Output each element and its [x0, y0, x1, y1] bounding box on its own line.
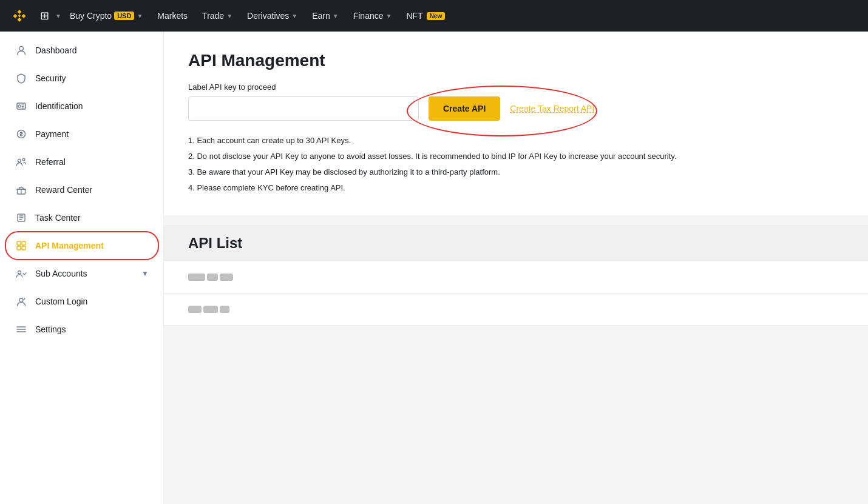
- nav-markets[interactable]: Markets: [151, 0, 194, 32]
- svg-rect-9: [17, 241, 21, 245]
- svg-point-14: [19, 298, 23, 302]
- sidebar-item-security[interactable]: Security: [0, 64, 163, 92]
- sidebar-label-payment: Payment: [35, 129, 69, 139]
- reward-icon: [15, 184, 28, 195]
- api-key-blurred-2: [188, 306, 229, 313]
- svg-point-5: [18, 160, 21, 163]
- create-tax-report-link[interactable]: Create Tax Report API: [510, 104, 594, 113]
- svg-point-6: [22, 158, 25, 161]
- nav-trade[interactable]: Trade ▼: [196, 0, 239, 32]
- shield-icon: [15, 73, 28, 84]
- chevron-down-icon: ▼: [333, 13, 339, 19]
- api-list-row: [164, 294, 868, 326]
- sidebar-item-api-management[interactable]: API Management: [0, 232, 163, 260]
- chevron-down-icon: ▼: [386, 13, 392, 19]
- note-1: 1. Each account can create up to 30 API …: [188, 133, 844, 149]
- chevron-down-icon: ▼: [137, 13, 143, 19]
- sidebar-item-task-center[interactable]: Task Center: [0, 204, 163, 232]
- api-list-header: API List: [164, 225, 868, 261]
- note-4: 4. Please complete KYC before creating A…: [188, 180, 844, 196]
- sidebar-item-reward-center[interactable]: Reward Center: [0, 176, 163, 204]
- sidebar-label-task-center: Task Center: [35, 213, 81, 223]
- api-icon: [15, 240, 28, 251]
- payment-icon: [15, 129, 28, 139]
- note-3: 3. Be aware that your API Key may be dis…: [188, 164, 844, 180]
- sidebar-item-identification[interactable]: Identification: [0, 92, 163, 120]
- api-list-section: API List: [164, 225, 868, 326]
- sidebar-item-settings[interactable]: Settings: [0, 315, 163, 343]
- svg-point-1: [19, 47, 24, 51]
- api-list-items: [164, 261, 868, 326]
- sidebar-label-settings: Settings: [35, 324, 66, 334]
- svg-point-13: [18, 271, 21, 274]
- note-2: 2. Do not disclose your API Key to anyon…: [188, 149, 844, 164]
- task-icon: [15, 212, 28, 223]
- sidebar-label-referral: Referral: [35, 157, 66, 167]
- nav-nft[interactable]: NFT New: [400, 0, 451, 32]
- custom-login-icon: [15, 296, 28, 307]
- sidebar-item-custom-login[interactable]: Custom Login: [0, 287, 163, 315]
- svg-rect-10: [22, 241, 25, 245]
- api-label-text: Label API key to proceed: [188, 82, 844, 92]
- sidebar-item-payment[interactable]: Payment: [0, 120, 163, 148]
- sidebar-item-dashboard[interactable]: Dashboard: [0, 36, 163, 64]
- api-notes: 1. Each account can create up to 30 API …: [188, 133, 844, 196]
- sidebar-label-custom-login: Custom Login: [35, 297, 87, 306]
- grid-icon[interactable]: ⊞: [36, 7, 53, 25]
- logo[interactable]: [10, 6, 29, 25]
- svg-rect-11: [17, 246, 21, 250]
- top-navigation: ⊞ ▼ Buy Crypto USD ▼ Markets Trade ▼ Der…: [0, 0, 868, 32]
- page-title: API Management: [188, 51, 844, 70]
- sidebar-label-dashboard: Dashboard: [35, 45, 77, 55]
- nav-earn[interactable]: Earn ▼: [306, 0, 344, 32]
- api-list-row: [164, 261, 868, 294]
- sub-accounts-icon: [15, 268, 28, 279]
- svg-rect-12: [22, 246, 25, 250]
- api-key-blurred-1: [188, 274, 233, 281]
- api-key-input[interactable]: [188, 96, 419, 121]
- chevron-down-icon: ▼: [291, 13, 297, 19]
- sidebar-item-referral[interactable]: Referral: [0, 148, 163, 176]
- chevron-down-icon: ▼: [226, 13, 232, 19]
- create-api-button[interactable]: Create API: [429, 96, 500, 121]
- id-icon: [15, 101, 28, 112]
- sidebar-label-sub-accounts: Sub Accounts: [35, 269, 87, 278]
- main-content: API Management Label API key to proceed …: [164, 32, 868, 504]
- nav-finance[interactable]: Finance ▼: [347, 0, 398, 32]
- sidebar-item-sub-accounts[interactable]: Sub Accounts ▼: [0, 260, 163, 287]
- sidebar-label-reward-center: Reward Center: [35, 185, 92, 195]
- nav-buy-crypto[interactable]: Buy Crypto USD ▼: [64, 0, 149, 32]
- sidebar: Dashboard Security Identification Paymen…: [0, 32, 164, 504]
- sidebar-label-security: Security: [35, 73, 66, 83]
- person-icon: [15, 45, 28, 56]
- api-header-section: API Management Label API key to proceed …: [164, 32, 868, 215]
- nav-derivatives[interactable]: Derivatives ▼: [241, 0, 303, 32]
- sidebar-label-identification: Identification: [35, 101, 83, 111]
- api-input-row: Create API Create Tax Report API: [188, 96, 844, 121]
- api-list-title: API List: [188, 235, 844, 252]
- grid-chevron[interactable]: ▼: [55, 13, 61, 19]
- sidebar-label-api-management: API Management: [35, 241, 104, 250]
- referral-icon: [15, 156, 28, 167]
- svg-point-3: [18, 105, 21, 107]
- settings-icon: [15, 324, 28, 335]
- chevron-icon: ▼: [141, 269, 149, 278]
